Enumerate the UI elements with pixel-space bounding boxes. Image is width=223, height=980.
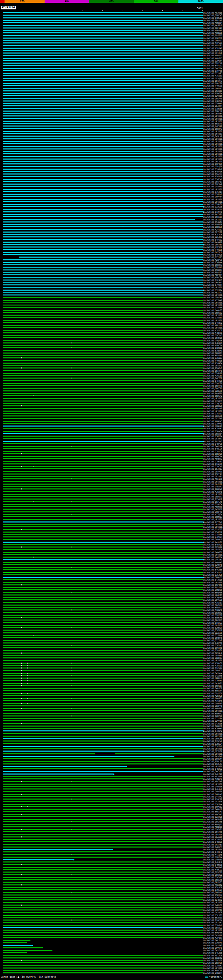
hit-bar[interactable] — [3, 524, 203, 525]
hit-label[interactable]: UniRef100_B6JJ74 — [203, 105, 223, 107]
hit-bar[interactable] — [3, 484, 203, 485]
hit-label[interactable]: UniRef100_B2WHW3 — [203, 727, 223, 730]
hit-label[interactable]: UniRef100_Q4N4S2 — [203, 768, 223, 770]
hit-label[interactable]: UniRef100_C4Y874 — [203, 284, 223, 286]
hit-label[interactable]: UniRef100_C5DIW4 — [203, 296, 223, 299]
hit-bar[interactable] — [3, 458, 203, 459]
hit-label[interactable]: UniRef100_B6AGG8 — [203, 836, 223, 838]
hit-label[interactable]: UniRef100_B7FP85 — [203, 70, 223, 72]
hit-bar[interactable] — [3, 857, 203, 858]
hit-label[interactable]: UniRef100_UPI000... — [203, 148, 223, 150]
hit-bar[interactable] — [3, 791, 203, 792]
hit-label[interactable]: UniRef100_B7G1Y6 — [203, 193, 223, 196]
hit-label[interactable]: UniRef100_Q2GYN2 — [203, 644, 223, 647]
hit-bar[interactable] — [3, 609, 203, 611]
hit-bar[interactable] — [3, 425, 203, 426]
hit-label[interactable]: UniRef100_B6T3L6 — [203, 251, 223, 253]
hit-bar[interactable] — [3, 236, 203, 237]
hit-label[interactable]: UniRef100_Q81WT7 — [203, 438, 223, 440]
hit-bar[interactable] — [3, 942, 27, 943]
hit-bar[interactable] — [3, 511, 203, 512]
hit-bar[interactable] — [3, 456, 203, 457]
hit-bar[interactable] — [3, 302, 203, 303]
hit-bar[interactable] — [3, 506, 203, 507]
hit-bar[interactable] — [3, 723, 203, 724]
hit-label[interactable]: UniRef100_UPI000... — [203, 155, 223, 158]
hit-bar[interactable] — [3, 589, 203, 590]
hit-label[interactable]: UniRef100_UPI000... — [203, 901, 223, 904]
hit-bar[interactable] — [3, 736, 203, 737]
hit-bar[interactable] — [3, 612, 203, 613]
hit-label[interactable]: UniRef100_A1CK07 — [203, 601, 223, 604]
hit-label[interactable]: UniRef100_A0D8P9 — [203, 906, 223, 909]
hit-label[interactable]: UniRef100_C5FMD2 — [203, 629, 223, 631]
hit-label[interactable]: UniRef100_Q4UDB8 — [203, 808, 223, 810]
hit-bar[interactable] — [3, 171, 203, 172]
hit-bar[interactable] — [3, 970, 203, 971]
hit-bar[interactable] — [3, 698, 203, 699]
hit-label[interactable]: UniRef100_A0NBW5 — [203, 420, 223, 422]
hit-bar[interactable] — [3, 720, 203, 721]
hit-bar[interactable] — [3, 925, 203, 926]
hit-bar[interactable] — [3, 20, 203, 21]
hit-bar[interactable] — [3, 350, 203, 351]
hit-bar[interactable] — [3, 776, 203, 777]
hit-bar[interactable] — [3, 534, 203, 535]
hit-bar[interactable] — [3, 181, 203, 182]
hit-label[interactable]: UniRef100_B4FV20 — [203, 125, 223, 127]
hit-bar[interactable] — [3, 617, 203, 618]
hit-bar[interactable] — [3, 40, 203, 41]
hit-label[interactable]: UniRef100_UPI000... — [203, 732, 223, 735]
hit-label[interactable]: UniRef100_Q4CY07 — [203, 770, 223, 772]
hit-label[interactable]: UniRef100_Q16Z22 — [203, 412, 223, 415]
hit-bar[interactable] — [3, 52, 203, 54]
hit-label[interactable]: UniRef100_A8J010 — [203, 11, 223, 14]
hit-bar[interactable] — [3, 799, 203, 800]
hit-label[interactable]: UniRef100_Q7PP41 — [203, 422, 223, 425]
hit-bar[interactable] — [3, 166, 203, 167]
hit-label[interactable]: UniRef100_A2R4L0 — [203, 695, 223, 697]
hit-bar[interactable] — [3, 60, 203, 61]
hit-label[interactable]: UniRef100_B5VST4 — [203, 289, 223, 291]
hit-bar[interactable] — [3, 274, 203, 275]
hit-label[interactable]: UniRef100_P10464 — [203, 362, 223, 364]
hit-label[interactable]: UniRef100_A8I3D5 — [203, 954, 223, 957]
hit-label[interactable]: UniRef100_C4L2U1 — [203, 939, 223, 942]
hit-label[interactable]: UniRef100_Q2TY88 — [203, 231, 223, 233]
hit-bar[interactable] — [3, 48, 203, 49]
hit-bar[interactable] — [3, 373, 203, 374]
hit-bar[interactable] — [3, 365, 203, 366]
hit-bar[interactable] — [3, 370, 203, 371]
hit-bar[interactable] — [3, 159, 203, 159]
hit-bar[interactable] — [3, 766, 127, 767]
hit-bar[interactable] — [3, 75, 203, 76]
hit-label[interactable]: UniRef100_A6PG15 — [203, 57, 223, 59]
hit-label[interactable]: UniRef100_B5RNQ4 — [203, 430, 223, 433]
hit-label[interactable]: UniRef100_Q5DE62 — [203, 312, 223, 314]
hit-bar[interactable] — [3, 748, 203, 749]
hit-label[interactable]: UniRef100_B4FI22 — [203, 64, 223, 67]
hit-bar[interactable] — [3, 552, 203, 553]
hit-bar[interactable] — [3, 113, 203, 114]
hit-bar[interactable] — [3, 909, 203, 910]
hit-label[interactable]: UniRef100_C0NTG5 — [203, 453, 223, 455]
hit-bar[interactable] — [3, 247, 203, 248]
hit-bar[interactable] — [3, 214, 203, 215]
hit-bar[interactable] — [3, 703, 203, 704]
hit-label[interactable]: UniRef100_B8P757 — [203, 271, 223, 274]
hit-bar[interactable] — [3, 415, 203, 417]
hit-label[interactable]: UniRef100_Q4Q2N4 — [203, 445, 223, 447]
hit-label[interactable]: UniRef100_Q15E38 — [203, 306, 223, 309]
hit-label[interactable]: UniRef100_B0X550 — [203, 415, 223, 417]
hit-bar[interactable] — [3, 728, 203, 729]
hit-label[interactable]: UniRef100_Q4YNK4 — [203, 672, 223, 675]
hit-bar[interactable] — [3, 141, 203, 142]
hit-label[interactable]: UniRef100_Q4PHU5 — [203, 538, 223, 541]
hit-label[interactable]: UniRef100_Q68KQ0 — [203, 337, 223, 339]
hit-label[interactable]: UniRef100_Q53GT4 — [203, 221, 223, 223]
hit-bar[interactable] — [3, 85, 203, 86]
hit-label[interactable]: UniRef100_C5P448 — [203, 584, 223, 586]
hit-bar[interactable] — [3, 542, 203, 542]
hit-bar[interactable] — [3, 718, 203, 719]
hit-bar[interactable] — [3, 50, 203, 51]
